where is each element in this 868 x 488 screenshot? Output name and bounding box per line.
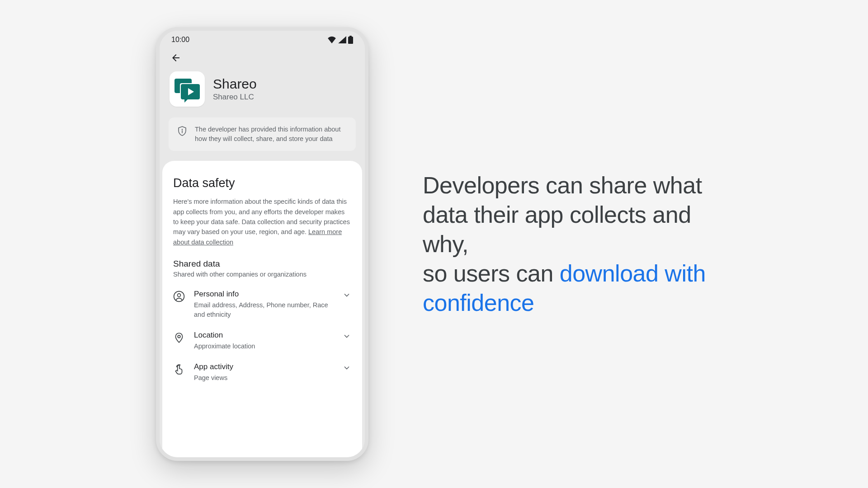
shared-data-title: Shared data <box>173 259 351 269</box>
hero-line1: Developers can share what data their app… <box>423 172 702 257</box>
svg-rect-1 <box>349 36 352 37</box>
app-name: Shareo <box>213 76 257 92</box>
shared-item-personal-info[interactable]: Personal info Email address, Address, Ph… <box>173 290 351 319</box>
shared-data-subtitle: Shared with other companies or organizat… <box>173 271 351 278</box>
app-icon <box>170 71 205 107</box>
arrow-left-icon <box>170 52 181 63</box>
shared-item-location[interactable]: Location Approximate location <box>173 331 351 351</box>
row-subtitle: Approximate location <box>194 342 333 351</box>
data-safety-title: Data safety <box>173 176 351 190</box>
back-button[interactable] <box>170 52 182 64</box>
svg-rect-0 <box>348 37 353 44</box>
svg-point-6 <box>178 335 180 338</box>
developer-notice-card: The developer has provided this informat… <box>169 117 356 151</box>
cell-signal-icon <box>338 36 346 43</box>
status-icons <box>327 36 353 44</box>
phone-screen: 10:00 Shareo Shareo LLC <box>160 31 365 457</box>
status-bar: 10:00 <box>160 31 365 49</box>
location-pin-icon <box>173 332 185 343</box>
chevron-down-icon <box>342 291 351 300</box>
person-icon <box>173 291 185 302</box>
battery-icon <box>348 36 353 44</box>
row-title: Location <box>194 331 333 340</box>
svg-point-5 <box>178 294 181 297</box>
svg-point-2 <box>182 129 183 130</box>
touch-icon <box>173 363 185 375</box>
row-title: Personal info <box>194 290 333 299</box>
side-button <box>365 139 367 171</box>
status-time: 10:00 <box>171 36 189 44</box>
row-title: App activity <box>194 362 333 371</box>
wifi-icon <box>327 36 336 43</box>
developer-notice-text: The developer has provided this informat… <box>195 125 348 144</box>
hero-text: Developers can share what data their app… <box>423 171 712 318</box>
row-subtitle: Page views <box>194 373 333 382</box>
nav-row <box>160 49 365 70</box>
chevron-down-icon <box>342 332 351 341</box>
data-safety-card: Data safety Here's more information abou… <box>162 161 362 457</box>
shield-info-icon <box>177 126 188 136</box>
phone-frame: 10:00 Shareo Shareo LLC <box>156 27 368 461</box>
hero-line2: so users can <box>423 260 560 286</box>
app-developer: Shareo LLC <box>213 93 257 102</box>
app-header: Shareo Shareo LLC <box>160 70 365 115</box>
chevron-down-icon <box>342 363 351 372</box>
row-subtitle: Email address, Address, Phone number, Ra… <box>194 300 333 319</box>
svg-rect-3 <box>182 131 183 133</box>
data-safety-body: Here's more information about the specif… <box>173 197 351 247</box>
shared-item-app-activity[interactable]: App activity Page views <box>173 362 351 382</box>
